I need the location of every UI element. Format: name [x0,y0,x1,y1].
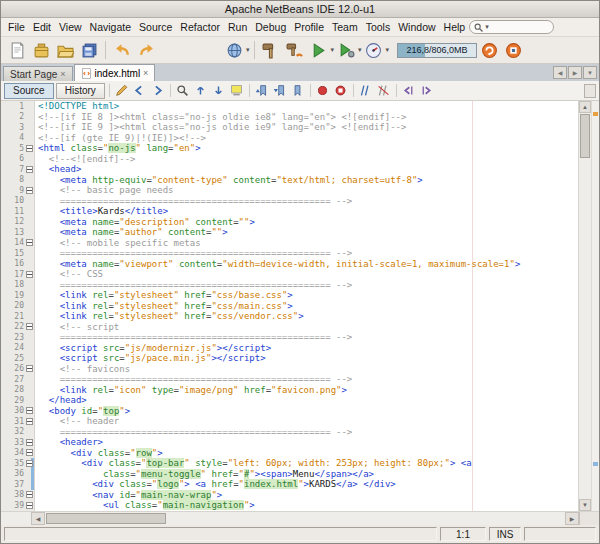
browser-select-button[interactable] [222,39,246,62]
code-line[interactable]: ========================================… [35,332,578,343]
menu-file[interactable]: File [4,21,29,33]
tab-list-dropdown-icon[interactable]: ▼ [583,66,597,79]
menu-navigate[interactable]: Navigate [86,21,135,33]
tab-start-page[interactable]: Start Page × [3,66,73,81]
shift-right-button[interactable] [419,83,435,99]
fold-toggle-icon[interactable] [26,449,33,456]
source-view-button[interactable]: Source [4,83,54,99]
menu-help[interactable]: Help [440,21,470,33]
open-project-button[interactable] [53,39,77,62]
debug-project-button[interactable] [334,39,358,62]
clean-build-button[interactable] [283,39,307,62]
next-bookmark-button[interactable] [272,83,288,99]
menu-edit[interactable]: Edit [29,21,55,33]
new-project-button[interactable] [29,39,53,62]
tab-close-icon[interactable]: × [143,69,148,78]
quick-search-input[interactable] [491,22,549,32]
code-line[interactable]: <!--[if IE 9 ]><html class="no-js oldie … [35,122,578,133]
build-project-button[interactable] [259,39,283,62]
profile-dropdown-icon[interactable]: ▾ [386,46,390,54]
code-line[interactable]: <li class="current"><a class="smoothscro… [35,511,578,512]
code-line[interactable]: <div class="row"> [35,448,578,459]
code-line[interactable]: <!-- CSS [35,269,578,280]
history-view-button[interactable]: History [56,83,105,99]
horizontal-scrollbar[interactable]: ◀ ▶ [1,511,599,525]
horizontal-scroll-thumb[interactable] [46,513,166,524]
uncomment-button[interactable] [376,83,392,99]
code-line[interactable]: <ul class="main-navigation"> [35,500,578,511]
garbage-collect-button[interactable] [477,39,501,62]
code-line[interactable]: <header> [35,437,578,448]
code-line[interactable]: <link rel="stylesheet" href="css/vendor.… [35,311,578,322]
code-line[interactable]: class="menu-toggle" href="#"><span>Menu<… [35,469,578,480]
menu-refactor[interactable]: Refactor [176,21,224,33]
horizontal-scroll-track[interactable] [45,512,565,525]
code-line[interactable]: <meta http-equiv="content-type" content=… [35,175,578,186]
code-line[interactable]: <div class="logo"> <a href="index.html">… [35,479,578,490]
code-line[interactable]: <script src="js/modernizr.js"></script> [35,343,578,354]
toggle-bookmark-button[interactable] [290,83,306,99]
fold-toggle-icon[interactable] [26,460,33,467]
fold-toggle-icon[interactable] [26,271,33,278]
save-all-button[interactable] [77,39,101,62]
fold-toggle-icon[interactable] [26,323,33,330]
comment-button[interactable] [358,83,374,99]
fold-toggle-icon[interactable] [26,166,33,173]
insert-mode-field[interactable]: INS [489,527,521,541]
search-dropdown-icon[interactable]: ▾ [485,23,489,31]
code-line[interactable]: <meta name="author" content=""> [35,227,578,238]
menu-profile[interactable]: Profile [290,21,328,33]
editor-gutter[interactable]: 1234567891011121314151617181920212223242… [1,101,35,511]
error-stripe-change-mark[interactable] [593,462,598,466]
fold-toggle-icon[interactable] [26,407,33,414]
code-line[interactable]: <!--<![endif]--> [35,154,578,165]
browser-dropdown-icon[interactable]: ▾ [246,46,250,54]
window-title-bar[interactable]: Apache NetBeans IDE 12.0-u1 [1,1,599,18]
redo-button[interactable] [134,39,158,62]
code-line[interactable]: <meta name="description" content=""> [35,217,578,228]
code-line[interactable]: ========================================… [35,196,578,207]
code-area[interactable]: <!DOCTYPE html><!--[if IE 8 ]><html clas… [35,101,578,511]
code-line[interactable]: <html class="no-js" lang="en"> [35,143,578,154]
menu-tools[interactable]: Tools [362,21,395,33]
fold-toggle-icon[interactable] [26,418,33,425]
code-line[interactable]: <link rel="stylesheet" href="css/base.cs… [35,290,578,301]
scroll-up-icon[interactable]: ▲ [579,101,591,113]
vertical-scroll-thumb[interactable] [580,114,590,158]
tab-index-html[interactable]: index.html × [74,64,156,81]
menu-run[interactable]: Run [224,21,251,33]
vertical-scroll-track[interactable] [579,113,591,499]
code-line[interactable]: </head> [35,395,578,406]
quick-search-box[interactable]: ▾ [469,20,554,34]
profiler-gc-button[interactable] [501,39,525,62]
scroll-left-icon[interactable]: ◀ [31,512,45,525]
code-line[interactable]: <head> [35,164,578,175]
scroll-down-icon[interactable]: ▼ [579,499,591,511]
next-occurrence-button[interactable] [211,83,227,99]
code-line[interactable]: <link rel="icon" type="image/png" href="… [35,385,578,396]
code-line[interactable]: <nav id="main-nav-wrap"> [35,490,578,501]
code-line[interactable]: <!-- basic page needs [35,185,578,196]
menu-team[interactable]: Team [328,21,362,33]
last-edit-button[interactable] [114,83,130,99]
editor-toolbar-options-button[interactable] [584,84,596,98]
fold-toggle-icon[interactable] [26,491,33,498]
menu-view[interactable]: View [55,21,86,33]
new-file-button[interactable] [5,39,29,62]
forward-button[interactable] [150,83,166,99]
code-line[interactable]: <!-- script [35,322,578,333]
code-line[interactable]: <!--[if IE 8 ]><html class="no-js oldie … [35,112,578,123]
scroll-tabs-left-icon[interactable]: ◀ [553,66,567,79]
code-line[interactable]: <!-- header [35,416,578,427]
code-line[interactable]: <meta name="viewport" content="width=dev… [35,259,578,270]
code-line[interactable]: <body id="top"> [35,406,578,417]
stop-macro-button[interactable] [333,83,349,99]
previous-occurrence-button[interactable] [193,83,209,99]
error-stripe-warning-mark[interactable] [593,112,598,116]
fold-toggle-icon[interactable] [26,187,33,194]
scroll-tabs-right-icon[interactable]: ▶ [568,66,582,79]
code-line[interactable]: ========================================… [35,248,578,259]
code-line[interactable]: ========================================… [35,427,578,438]
fold-toggle-icon[interactable] [26,502,33,509]
previous-bookmark-button[interactable] [254,83,270,99]
